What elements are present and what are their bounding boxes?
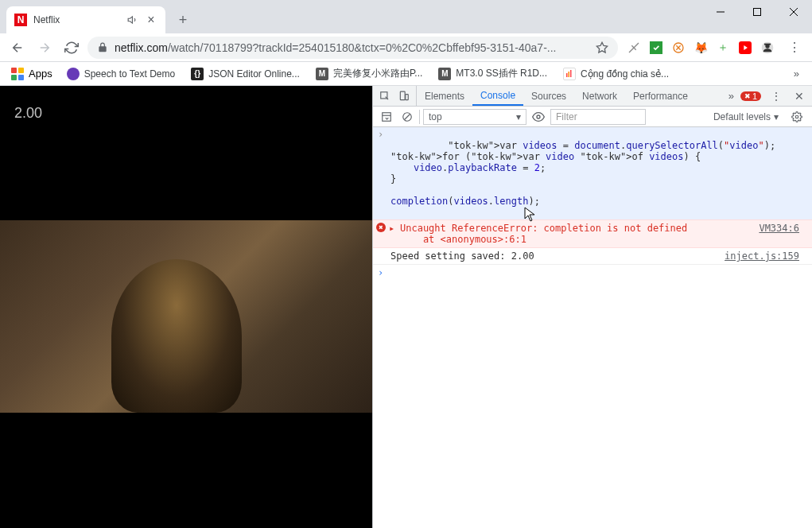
- bookmark-icon: [67, 68, 80, 80]
- bookmark-icon: {}: [191, 68, 204, 80]
- speed-overlay: 2.00: [14, 105, 42, 122]
- forward-button[interactable]: [33, 37, 56, 59]
- inspect-element-icon[interactable]: [379, 91, 390, 102]
- window-controls: [702, 0, 812, 24]
- bookmark-item[interactable]: {}JSON Editor Online...: [185, 64, 306, 83]
- svg-rect-15: [383, 112, 391, 121]
- log-levels-selector[interactable]: Default levels ▾: [709, 109, 783, 125]
- lock-icon: [97, 42, 108, 53]
- tab-console[interactable]: Console: [472, 86, 523, 106]
- letterbox-bottom: [0, 413, 372, 528]
- youtube-icon[interactable]: [739, 41, 752, 54]
- bookmark-item[interactable]: Cộng đồng chia sẻ...: [557, 64, 675, 83]
- bookmarks-bar: Apps Speech to Text Demo {}JSON Editor O…: [0, 62, 812, 86]
- console-log-row: Speed setting saved: 2.00 inject.js:159: [373, 248, 812, 265]
- apps-label: Apps: [29, 68, 52, 80]
- bookmark-item[interactable]: MMT3.0 SS插件 R1D...: [432, 64, 554, 83]
- titlebar: N Netflix × +: [0, 0, 812, 33]
- ext-icon-2[interactable]: [650, 41, 662, 54]
- live-expression-icon[interactable]: [530, 108, 547, 126]
- reload-button[interactable]: [60, 37, 83, 59]
- svg-point-19: [537, 115, 540, 118]
- maximize-button[interactable]: [739, 0, 775, 24]
- apps-icon: [11, 68, 24, 80]
- tab-performance[interactable]: Performance: [625, 86, 696, 106]
- error-icon: ✖: [376, 223, 386, 232]
- bookmark-item[interactable]: M完美修复小米路由P...: [309, 64, 429, 83]
- letterbox-top: [0, 86, 372, 220]
- ext-icon-1[interactable]: [627, 41, 640, 54]
- svg-rect-11: [570, 70, 572, 77]
- console-error-row: ✖ ▸ Uncaught ReferenceError: completion …: [373, 219, 812, 248]
- video-frame: [0, 220, 372, 413]
- expand-caret-icon[interactable]: ▸: [389, 223, 394, 234]
- chrome-menu-button[interactable]: ⋮: [783, 40, 806, 55]
- prompt-chevron-icon: ›: [378, 267, 383, 278]
- ext-icon-4[interactable]: 🦊: [694, 41, 707, 54]
- video-player[interactable]: 2.00: [0, 86, 372, 528]
- content-area: 2.00 Elements Console Sources Network Pe…: [0, 86, 812, 528]
- console-input-history: ›"tok-kw">var videos = document.querySel…: [373, 127, 812, 219]
- address-bar: netflix.com/watch/70118799?trackId=25401…: [0, 33, 812, 62]
- console-output[interactable]: ›"tok-kw">var videos = document.querySel…: [373, 127, 812, 528]
- close-tab-icon[interactable]: ×: [145, 13, 157, 27]
- console-settings-icon[interactable]: [787, 111, 807, 122]
- error-message: Uncaught ReferenceError: completion is n…: [390, 223, 759, 245]
- error-source-link[interactable]: VM334:6: [759, 223, 806, 245]
- context-selector[interactable]: top▾: [423, 109, 526, 125]
- bookmark-star-icon[interactable]: [596, 41, 608, 54]
- svg-rect-9: [566, 73, 568, 77]
- svg-rect-8: [764, 43, 771, 45]
- close-window-button[interactable]: [775, 0, 812, 24]
- console-toolbar: top▾ Filter Default levels ▾: [373, 107, 812, 127]
- log-source-link[interactable]: inject.js:159: [725, 250, 806, 262]
- clear-console-icon[interactable]: [398, 108, 416, 126]
- profile-avatar[interactable]: [761, 41, 774, 54]
- devtools-menu-icon[interactable]: ⋮: [767, 90, 785, 103]
- tab-sources[interactable]: Sources: [523, 86, 574, 106]
- browser-tab[interactable]: N Netflix ×: [6, 6, 165, 33]
- console-prompt[interactable]: ›: [373, 265, 812, 270]
- svg-line-18: [405, 114, 410, 119]
- bookmark-icon: M: [438, 68, 451, 80]
- url-text: netflix.com/watch/70118799?trackId=25401…: [115, 41, 589, 54]
- console-sidebar-toggle-icon[interactable]: [378, 108, 395, 126]
- minimize-button[interactable]: [702, 0, 739, 24]
- filter-input[interactable]: Filter: [550, 109, 646, 125]
- netflix-favicon: N: [14, 14, 27, 26]
- svg-rect-14: [406, 94, 409, 99]
- bookmark-item[interactable]: Speech to Text Demo: [60, 64, 182, 83]
- ext-icon-3[interactable]: [672, 41, 685, 54]
- back-button[interactable]: [6, 37, 29, 59]
- svg-point-20: [795, 115, 798, 118]
- apps-shortcut[interactable]: Apps: [6, 64, 57, 83]
- input-chevron-icon: ›: [378, 129, 383, 140]
- ext-icon-5[interactable]: ＋: [717, 41, 729, 54]
- extension-icons: 🦊 ＋: [623, 41, 779, 54]
- devtools-tabs: Elements Console Sources Network Perform…: [373, 86, 812, 107]
- error-count-badge[interactable]: ✖1: [740, 91, 761, 101]
- tab-title: Netflix: [33, 14, 121, 25]
- tab-elements[interactable]: Elements: [417, 86, 472, 106]
- log-message: Speed setting saved: 2.00: [390, 250, 725, 262]
- svg-rect-10: [569, 72, 570, 77]
- tab-network[interactable]: Network: [574, 86, 625, 106]
- devtools-close-icon[interactable]: ✕: [791, 90, 807, 103]
- tabs-overflow-icon[interactable]: »: [728, 90, 734, 102]
- omnibox[interactable]: netflix.com/watch/70118799?trackId=25401…: [87, 37, 618, 59]
- tabstrip: N Netflix × +: [0, 0, 194, 33]
- bookmarks-overflow-icon[interactable]: »: [787, 68, 806, 80]
- audio-icon[interactable]: [127, 14, 138, 25]
- new-tab-button[interactable]: +: [172, 9, 194, 31]
- device-toggle-icon[interactable]: [398, 91, 410, 102]
- browser-window: N Netflix × + netflix.com/watch/70118799…: [0, 0, 812, 528]
- bookmark-icon: [563, 68, 576, 80]
- svg-rect-13: [400, 91, 405, 100]
- svg-rect-1: [754, 9, 761, 16]
- svg-marker-4: [596, 42, 607, 52]
- bookmark-icon: M: [316, 68, 328, 80]
- devtools-panel: Elements Console Sources Network Perform…: [372, 86, 812, 528]
